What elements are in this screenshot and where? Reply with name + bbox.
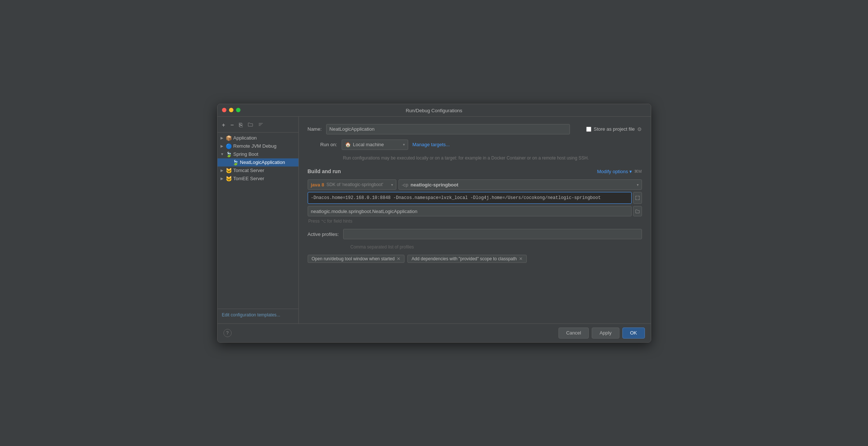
- build-and-run-title: Build and run: [308, 168, 341, 174]
- modify-options-shortcut: ⌘M: [634, 169, 642, 174]
- sdk-dropdown-icon: ▾: [391, 183, 393, 187]
- spring-boot-icon: 🍃: [226, 151, 232, 157]
- active-profiles-label: Active profiles:: [308, 231, 339, 237]
- main-panel: Name: Store as project file ⚙ Run on: 🏠 …: [299, 117, 651, 323]
- cp-select[interactable]: -cp neatlogic-springboot ▾: [399, 179, 642, 190]
- help-button[interactable]: ?: [223, 329, 232, 337]
- sidebar-item-neat-logic[interactable]: 🍃 NeatLogicApplication: [218, 158, 298, 167]
- java-version-label: java 8: [311, 182, 324, 188]
- dropdown-arrow-icon: ▾: [403, 143, 405, 147]
- store-as-project-row: Store as project file ⚙: [586, 126, 642, 132]
- maximize-button[interactable]: [236, 108, 240, 112]
- edit-templates-link[interactable]: Edit configuration templates...: [222, 312, 280, 318]
- sidebar-item-tomcat[interactable]: ▶ 🐱 Tomcat Server: [218, 167, 298, 175]
- chevron-right-icon: ▶: [221, 144, 224, 148]
- run-on-label: Run on:: [308, 142, 337, 147]
- run-on-hint: Run configurations may be executed local…: [308, 155, 642, 161]
- add-config-button[interactable]: +: [221, 121, 227, 129]
- chevron-down-icon: ▼: [221, 152, 224, 156]
- dialog-title: Run/Debug Configurations: [406, 108, 462, 113]
- gear-icon[interactable]: ⚙: [637, 126, 642, 132]
- store-as-project-checkbox[interactable]: [586, 127, 591, 132]
- title-bar: Run/Debug Configurations: [218, 104, 651, 117]
- sdk-name-label: SDK of 'neatlogic-springboot': [327, 182, 383, 187]
- expand-vm-args-button[interactable]: [633, 192, 642, 204]
- chevron-right-icon: ▶: [221, 136, 224, 140]
- dialog-footer: ? Cancel Apply OK: [218, 323, 651, 342]
- sdk-row: java 8 SDK of 'neatlogic-springboot' ▾ -…: [308, 179, 642, 190]
- cp-dropdown-icon: ▾: [637, 183, 639, 187]
- main-class-row: [308, 206, 642, 216]
- sidebar-bottom: Edit configuration templates...: [218, 309, 298, 320]
- tag-add-dependencies-label: Add dependencies with "provided" scope t…: [411, 256, 517, 261]
- tag-open-run-debug-label: Open run/debug tool window when started: [312, 256, 395, 261]
- name-row: Name: Store as project file ⚙: [308, 124, 642, 134]
- tag-add-dependencies: Add dependencies with "provided" scope t…: [407, 255, 527, 263]
- jvm-debug-icon: 🔵: [226, 143, 232, 149]
- application-icon: 📦: [226, 135, 232, 141]
- sidebar-item-spring-boot-label: Spring Boot: [233, 151, 259, 157]
- close-button[interactable]: [222, 108, 226, 112]
- cp-prefix-label: -cp: [402, 182, 409, 188]
- chevron-down-icon: ▾: [629, 169, 632, 174]
- sidebar-item-tomee-label: TomEE Server: [233, 176, 264, 181]
- sidebar-item-spring-boot[interactable]: ▼ 🍃 Spring Boot: [218, 150, 298, 158]
- store-as-project-label: Store as project file: [594, 126, 635, 132]
- vm-args-row: [308, 192, 642, 204]
- sidebar-toolbar: + − ⎘: [218, 120, 298, 133]
- traffic-lights: [222, 108, 240, 112]
- home-icon: 🏠: [345, 142, 351, 147]
- manage-targets-link[interactable]: Manage targets...: [413, 142, 450, 147]
- tag-open-run-debug: Open run/debug tool window when started …: [308, 255, 405, 263]
- sidebar-item-remote-jvm-label: Remote JVM Debug: [233, 143, 277, 149]
- help-icon: ?: [226, 330, 229, 336]
- remove-config-button[interactable]: −: [229, 121, 235, 129]
- ok-button[interactable]: OK: [622, 327, 645, 339]
- move-to-folder-button[interactable]: [246, 121, 254, 129]
- tags-row: Open run/debug tool window when started …: [308, 255, 642, 263]
- run-on-select[interactable]: 🏠 Local machine ▾: [342, 140, 408, 150]
- field-hints-text: Press ⌥ for field hints: [308, 219, 642, 224]
- minimize-button[interactable]: [229, 108, 233, 112]
- chevron-right-icon: ▶: [221, 176, 224, 181]
- sidebar-item-tomcat-label: Tomcat Server: [233, 168, 264, 173]
- build-run-fields: java 8 SDK of 'neatlogic-springboot' ▾ -…: [308, 179, 642, 224]
- modify-options-button[interactable]: Modify options ▾: [597, 169, 632, 174]
- tag-add-dependencies-close[interactable]: ✕: [519, 256, 523, 261]
- sdk-select[interactable]: java 8 SDK of 'neatlogic-springboot' ▾: [308, 179, 396, 190]
- sidebar-item-remote-jvm[interactable]: ▶ 🔵 Remote JVM Debug: [218, 142, 298, 150]
- tomee-icon: 🐱: [226, 176, 232, 182]
- run-debug-configurations-dialog: Run/Debug Configurations + − ⎘ ▶ 📦 Appli…: [217, 104, 651, 343]
- sidebar-item-neat-logic-label: NeatLogicApplication: [240, 159, 285, 165]
- name-input[interactable]: [326, 124, 570, 134]
- cp-value-label: neatlogic-springboot: [411, 182, 458, 188]
- run-on-hint-text: Run configurations may be executed local…: [343, 155, 589, 161]
- browse-main-class-button[interactable]: [633, 206, 642, 216]
- field-hint-label: Press ⌥ for field hints: [308, 219, 352, 224]
- sort-button[interactable]: [257, 121, 265, 129]
- profiles-hint: Comma separated list of profiles: [308, 244, 642, 250]
- neat-logic-icon: 🍃: [232, 159, 239, 165]
- build-and-run-header: Build and run Modify options ▾ ⌘M: [308, 168, 642, 174]
- content-area: + − ⎘ ▶ 📦 Application ▶ 🔵 Remote JVM De: [218, 117, 651, 323]
- tag-open-run-debug-close[interactable]: ✕: [397, 256, 400, 261]
- sidebar-item-tomee[interactable]: ▶ 🐱 TomEE Server: [218, 175, 298, 183]
- active-profiles-row: Active profiles:: [308, 229, 642, 239]
- vm-args-input[interactable]: [308, 192, 632, 204]
- sidebar-item-application-label: Application: [233, 135, 257, 141]
- apply-button[interactable]: Apply: [592, 327, 619, 339]
- tomcat-icon: 🐱: [226, 168, 232, 174]
- chevron-right-icon: ▶: [221, 168, 224, 172]
- modify-options-label: Modify options: [597, 169, 628, 174]
- profiles-hint-text: Comma separated list of profiles: [351, 244, 414, 250]
- sidebar: + − ⎘ ▶ 📦 Application ▶ 🔵 Remote JVM De: [218, 117, 299, 323]
- run-on-value: Local machine: [353, 142, 384, 147]
- active-profiles-input[interactable]: [343, 229, 642, 239]
- name-label: Name:: [308, 126, 322, 132]
- run-on-row: Run on: 🏠 Local machine ▾ Manage targets…: [308, 140, 642, 150]
- cancel-button[interactable]: Cancel: [558, 327, 589, 339]
- main-class-input[interactable]: [308, 206, 632, 216]
- copy-config-button[interactable]: ⎘: [237, 121, 244, 129]
- sidebar-item-application[interactable]: ▶ 📦 Application: [218, 134, 298, 142]
